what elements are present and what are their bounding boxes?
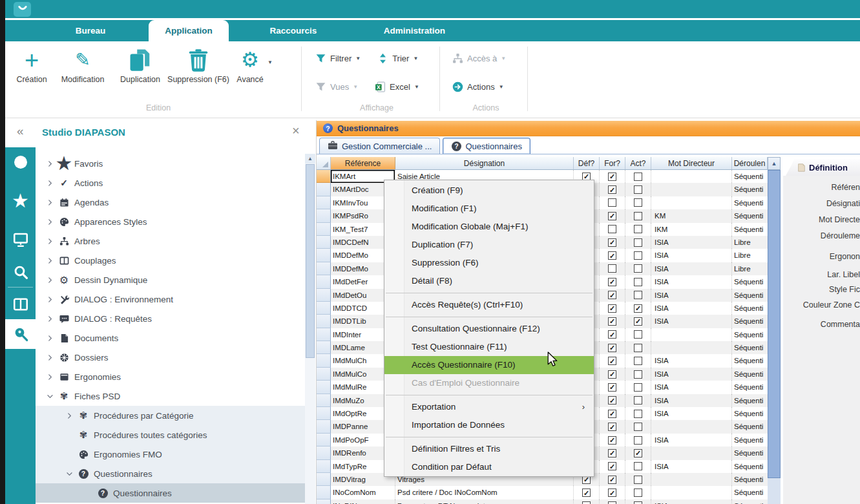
chevron-right-icon[interactable] bbox=[43, 296, 56, 303]
sidebar-item-ergonomies-fmo[interactable]: Ergonomies FMO bbox=[36, 445, 305, 464]
checkbox-unchecked-icon[interactable] bbox=[634, 278, 642, 286]
row-gutter-cell[interactable] bbox=[317, 446, 331, 459]
checkbox-cell[interactable]: ✓ bbox=[600, 249, 625, 262]
chevron-right-icon[interactable] bbox=[43, 373, 56, 381]
checkbox-cell[interactable]: ✓ bbox=[600, 446, 625, 459]
cell-deroulement[interactable]: Séquenti bbox=[732, 183, 768, 196]
checkbox-checked-icon[interactable]: ✓ bbox=[608, 251, 616, 260]
cell-deroulement[interactable]: Séquenti bbox=[732, 446, 768, 459]
column-header-d-roulen[interactable]: Déroulen bbox=[732, 157, 768, 169]
checkbox-checked-icon[interactable]: ✓ bbox=[608, 344, 616, 352]
doc-tab-questionnaires[interactable]: ?Questionnaires bbox=[443, 138, 530, 154]
menu-item-cr-ation-f9[interactable]: Création (F9) bbox=[384, 182, 594, 200]
cell-mot-directeur[interactable]: ISIA bbox=[651, 236, 732, 249]
chevron-right-icon[interactable] bbox=[43, 238, 56, 245]
checkbox-unchecked-icon[interactable] bbox=[634, 173, 642, 181]
cell-deroulement[interactable]: Séquenti bbox=[732, 381, 768, 394]
row-gutter-cell[interactable] bbox=[317, 302, 331, 315]
sidebar-item-dialog-environnement[interactable]: DIALOG : Environnement bbox=[36, 289, 305, 309]
tree-scrollbar-thumb[interactable] bbox=[306, 164, 315, 358]
cell-deroulement[interactable]: Libre bbox=[732, 262, 768, 275]
checkbox-cell[interactable] bbox=[625, 341, 651, 354]
checkbox-cell[interactable]: ✓ bbox=[600, 486, 625, 499]
checkbox-cell[interactable] bbox=[625, 368, 651, 381]
checkbox-checked-icon[interactable]: ✓ bbox=[634, 501, 642, 504]
ribbon-button-modification[interactable]: ✎Modification bbox=[52, 45, 114, 84]
row-gutter-cell[interactable] bbox=[317, 381, 331, 394]
checkbox-unchecked-icon[interactable] bbox=[634, 185, 642, 194]
checkbox-cell[interactable] bbox=[625, 170, 651, 183]
cell-deroulement[interactable]: Séquenti bbox=[732, 499, 768, 504]
cell-mot-directeur[interactable]: ISIA bbox=[651, 407, 732, 420]
sidebar-collapse-button[interactable]: « bbox=[17, 124, 24, 138]
checkbox-checked-icon[interactable]: ✓ bbox=[634, 317, 642, 326]
cell-mot-directeur[interactable] bbox=[651, 420, 732, 433]
table-select-all-cell[interactable] bbox=[317, 157, 331, 169]
checkbox-cell[interactable]: ✓ bbox=[600, 302, 625, 315]
checkbox-unchecked-icon[interactable] bbox=[634, 238, 642, 247]
iconbar-wheel-button[interactable] bbox=[5, 147, 36, 177]
checkbox-cell[interactable]: ✓ bbox=[600, 368, 625, 381]
cell-deroulement[interactable]: Libre bbox=[732, 249, 768, 262]
menu-item-d-finition-filtres-et-tris[interactable]: Définition Filtres et Tris bbox=[384, 440, 594, 458]
checkbox-cell[interactable] bbox=[625, 262, 651, 275]
sidebar-item-proc-dures-toutes-cat-gories[interactable]: ✾Procédures toutes catégories bbox=[36, 425, 305, 445]
row-gutter-cell[interactable] bbox=[317, 275, 331, 288]
checkbox-cell[interactable]: ✓ bbox=[574, 486, 600, 499]
cell-mot-directeur[interactable]: ISIA bbox=[651, 249, 732, 262]
checkbox-cell[interactable]: ✓ bbox=[600, 381, 625, 394]
chevron-right-icon[interactable] bbox=[43, 354, 56, 361]
checkbox-checked-icon[interactable]: ✓ bbox=[608, 449, 616, 457]
checkbox-cell[interactable] bbox=[625, 394, 651, 407]
chevron-right-icon[interactable] bbox=[43, 180, 56, 187]
sidebar-item-dessin-dynamique[interactable]: ⚙Dessin Dynamique bbox=[36, 270, 305, 289]
tree-scrollbar[interactable]: ▲ bbox=[305, 154, 315, 504]
row-gutter-cell[interactable] bbox=[317, 420, 331, 433]
row-gutter-cell[interactable] bbox=[317, 328, 331, 341]
checkbox-cell[interactable]: ✓ bbox=[600, 209, 625, 222]
checkbox-checked-icon[interactable]: ✓ bbox=[608, 488, 616, 497]
checkbox-cell[interactable]: ✓ bbox=[600, 315, 625, 328]
cell-mot-directeur[interactable] bbox=[651, 486, 732, 499]
sidebar-item-favoris[interactable]: ★Favoris bbox=[36, 154, 305, 173]
cell-designation[interactable]: Psd critere / Doc INoComNom bbox=[395, 486, 574, 499]
cell-reference[interactable]: INoDINom bbox=[331, 499, 395, 504]
checkbox-cell[interactable] bbox=[625, 236, 651, 249]
checkbox-unchecked-icon[interactable] bbox=[634, 225, 642, 233]
sidebar-item-fiches-psd[interactable]: ✾Fiches PSD bbox=[36, 386, 305, 406]
checkbox-cell[interactable] bbox=[625, 223, 651, 236]
chevron-right-icon[interactable] bbox=[43, 160, 56, 167]
checkbox-cell[interactable] bbox=[625, 328, 651, 341]
cell-deroulement[interactable]: Séquenti bbox=[732, 328, 768, 341]
scroll-up-icon[interactable]: ▲ bbox=[305, 154, 315, 163]
checkbox-checked-icon[interactable]: ✓ bbox=[608, 317, 616, 326]
checkbox-cell[interactable]: ✓ bbox=[600, 460, 625, 473]
sidebar-item-dialog-requ-tes[interactable]: DIALOG : Requêtes bbox=[36, 309, 305, 328]
checkbox-unchecked-icon[interactable] bbox=[634, 423, 642, 431]
checkbox-cell[interactable]: ✓ bbox=[600, 275, 625, 288]
checkbox-checked-icon[interactable]: ✓ bbox=[608, 173, 616, 181]
checkbox-unchecked-icon[interactable] bbox=[608, 198, 616, 207]
row-gutter-cell[interactable] bbox=[317, 223, 331, 236]
cell-mot-directeur[interactable]: ISIA bbox=[651, 354, 732, 367]
iconbar-columns-button[interactable] bbox=[5, 289, 36, 319]
checkbox-unchecked-icon[interactable] bbox=[608, 225, 616, 233]
cell-deroulement[interactable]: Séquenti bbox=[732, 486, 768, 499]
row-gutter-cell[interactable] bbox=[317, 499, 331, 504]
checkbox-cell[interactable] bbox=[625, 275, 651, 288]
sidebar-item-questionnaires[interactable]: ?Questionnaires bbox=[36, 464, 305, 483]
checkbox-checked-icon[interactable]: ✓ bbox=[608, 396, 616, 404]
table-row[interactable]: INoComNomPsd critere / Doc INoComNom✓✓Sé… bbox=[317, 486, 768, 499]
chevron-right-icon[interactable] bbox=[43, 257, 56, 264]
iconbar-monitor-button[interactable] bbox=[5, 225, 36, 255]
checkbox-unchecked-icon[interactable] bbox=[634, 436, 642, 445]
cell-mot-directeur[interactable]: ISIA bbox=[651, 262, 732, 275]
checkbox-cell[interactable]: ✓ bbox=[625, 499, 651, 504]
ribbon-tab-administration[interactable]: Administration bbox=[358, 20, 471, 41]
menu-item-modification-globale-maj-f1[interactable]: Modification Globale (Maj+F1) bbox=[384, 218, 594, 236]
ribbon-button-cr-ation[interactable]: +Création bbox=[12, 45, 52, 84]
iconbar-star-button[interactable]: ★ bbox=[5, 186, 36, 216]
row-gutter-cell[interactable] bbox=[317, 196, 331, 209]
row-gutter-cell[interactable] bbox=[317, 407, 331, 420]
row-gutter-cell[interactable] bbox=[317, 394, 331, 407]
